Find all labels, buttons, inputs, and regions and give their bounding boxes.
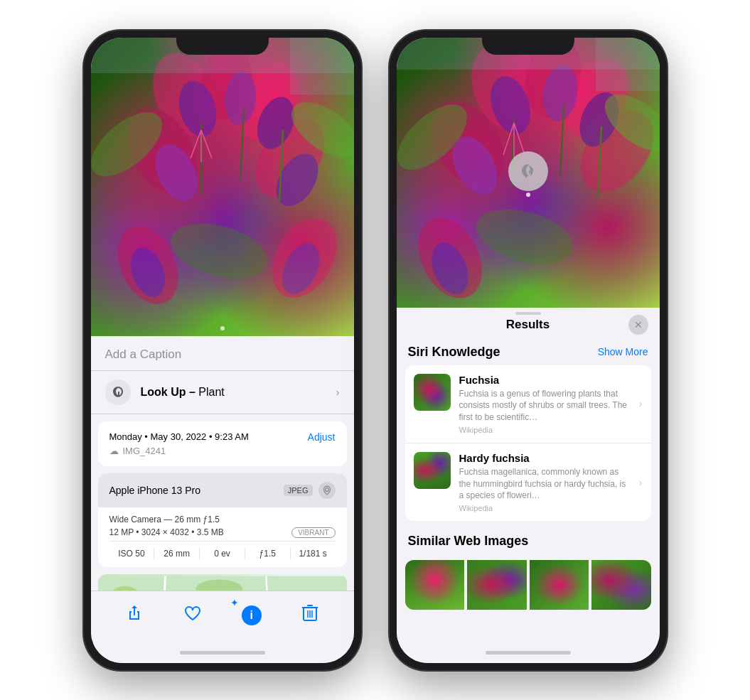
- home-bar-2: [397, 645, 660, 663]
- svg-point-53: [470, 200, 579, 274]
- trash-icon: [302, 604, 318, 627]
- cloud-icon: ☁: [109, 446, 119, 456]
- caption-area[interactable]: Add a Caption: [91, 336, 354, 371]
- meta-filename-row: ☁ IMG_4241: [109, 446, 336, 456]
- home-indicator: [180, 651, 265, 655]
- siri-leaf-icon: [518, 161, 538, 181]
- fuchsia-source: Wikipedia: [459, 426, 631, 434]
- info-circle-icon: i: [242, 605, 262, 625]
- meta-date-row: Monday • May 30, 2022 • 9:23 AM Adjust: [109, 431, 336, 443]
- location-icon[interactable]: [318, 482, 336, 499]
- siri-knowledge-header: Siri Knowledge Show More: [405, 339, 651, 365]
- meta-section: Monday • May 30, 2022 • 9:23 AM Adjust ☁…: [98, 421, 347, 466]
- lookup-label: Look Up – Plant: [141, 386, 225, 399]
- results-title: Results: [506, 318, 550, 332]
- knowledge-item-hardy[interactable]: Hardy fuchsia Fuchsia magellanica, commo…: [405, 443, 651, 521]
- exif-aperture: ƒ1.5: [245, 547, 291, 560]
- phone-1: Add a Caption Look Up – Plant › Monday: [84, 31, 361, 670]
- page-indicator: [220, 326, 225, 330]
- siri-bubble[interactable]: [508, 151, 548, 191]
- svg-point-25: [325, 488, 328, 491]
- home-bar: [91, 645, 354, 663]
- lookup-icon: [105, 379, 131, 405]
- home-indicator-2: [486, 651, 571, 655]
- bottom-toolbar: ✦ i: [91, 591, 354, 645]
- fuchsia-chevron: ›: [639, 398, 643, 409]
- similar-title: Similar Web Images: [408, 534, 529, 549]
- lookup-chevron: ›: [336, 387, 340, 398]
- siri-knowledge-title: Siri Knowledge: [408, 345, 500, 360]
- favorite-button[interactable]: [177, 600, 208, 631]
- fuchsia-name: Fuchsia: [459, 374, 631, 386]
- similar-images: [405, 560, 651, 610]
- hardy-desc: Fuchsia magellanica, commonly known as t…: [459, 466, 631, 502]
- hardy-name: Hardy fuchsia: [459, 452, 631, 464]
- results-panel: Results ✕ Siri Knowledge Show More: [397, 308, 660, 645]
- notch: [176, 31, 269, 55]
- camera-detail-1: Wide Camera — 26 mm ƒ1.5: [109, 515, 336, 524]
- hardy-thumbnail: [414, 452, 451, 489]
- sparkle-icon: ✦: [230, 597, 239, 608]
- hardy-text: Hardy fuchsia Fuchsia magellanica, commo…: [459, 452, 631, 512]
- photo-area-2: [397, 38, 660, 308]
- exif-mm: 26 mm: [154, 547, 200, 560]
- similar-image-2[interactable]: [467, 560, 527, 610]
- adjust-button[interactable]: Adjust: [308, 431, 336, 443]
- delete-button[interactable]: [294, 600, 326, 631]
- fuchsia-desc: Fuchsia is a genus of flowering plants t…: [459, 388, 631, 424]
- camera-section: Apple iPhone 13 Pro JPEG Wide Camer: [98, 473, 347, 567]
- hardy-source: Wikipedia: [459, 504, 631, 512]
- svg-point-18: [164, 214, 273, 288]
- similar-image-3[interactable]: [530, 560, 589, 610]
- show-more-button[interactable]: Show More: [598, 346, 648, 357]
- similar-image-1[interactable]: [405, 560, 465, 610]
- camera-details: Wide Camera — 26 mm ƒ1.5 12 MP • 3024 × …: [98, 507, 347, 567]
- notch-2: [482, 31, 574, 55]
- info-button[interactable]: ✦ i: [236, 600, 267, 631]
- close-button[interactable]: ✕: [628, 315, 648, 335]
- exif-iso: ISO 50: [109, 547, 155, 560]
- phone-1-screen: Add a Caption Look Up – Plant › Monday: [91, 38, 354, 663]
- share-icon: [125, 604, 144, 627]
- exif-ev: 0 ev: [200, 547, 245, 560]
- location-svg: [322, 485, 332, 495]
- svg-rect-24: [290, 38, 354, 95]
- phone-2-screen: Results ✕ Siri Knowledge Show More: [397, 38, 660, 663]
- similar-image-4[interactable]: [591, 560, 651, 610]
- exif-row: ISO 50 26 mm 0 ev ƒ1.5 1/181 s: [109, 541, 336, 560]
- results-header: Results ✕: [397, 308, 660, 339]
- knowledge-item-fuchsia[interactable]: Fuchsia Fuchsia is a genus of flowering …: [405, 365, 651, 443]
- drag-handle: [515, 312, 541, 315]
- leaf-icon: [111, 385, 125, 399]
- siri-dot: [526, 193, 530, 197]
- lookup-row[interactable]: Look Up – Plant ›: [91, 371, 354, 414]
- device-name: Apple iPhone 13 Pro: [109, 485, 200, 496]
- vibrant-badge: VIBRANT: [291, 527, 335, 538]
- fuchsia-thumbnail: [414, 374, 451, 411]
- photo-date: Monday • May 30, 2022 • 9:23 AM: [109, 431, 249, 442]
- format-badge: JPEG: [284, 485, 313, 496]
- info-panel: Add a Caption Look Up – Plant › Monday: [91, 336, 354, 591]
- flower-overlay: [91, 38, 354, 336]
- heart-icon: [183, 605, 202, 626]
- map-background: [98, 574, 347, 591]
- camera-header: Apple iPhone 13 Pro JPEG: [98, 473, 347, 507]
- photo-area: [91, 38, 354, 336]
- hardy-chevron: ›: [639, 477, 643, 488]
- svg-rect-57: [596, 38, 660, 91]
- knowledge-card: Fuchsia Fuchsia is a genus of flowering …: [405, 365, 651, 522]
- fuchsia-text: Fuchsia Fuchsia is a genus of flowering …: [459, 374, 631, 434]
- similar-section: Similar Web Images: [405, 528, 651, 610]
- share-button[interactable]: [119, 600, 150, 631]
- similar-header: Similar Web Images: [405, 528, 651, 554]
- camera-badges: JPEG: [284, 482, 336, 499]
- map-svg: [98, 574, 347, 591]
- exif-shutter: 1/181 s: [291, 547, 336, 560]
- map-section[interactable]: [98, 574, 347, 591]
- camera-detail-2: 12 MP • 3024 × 4032 • 3.5 MB VIBRANT: [109, 527, 336, 538]
- results-content: Siri Knowledge Show More Fuchsia Fuchsia…: [397, 339, 660, 645]
- caption-placeholder[interactable]: Add a Caption: [105, 348, 182, 361]
- phone-2: Results ✕ Siri Knowledge Show More: [390, 31, 667, 670]
- close-icon: ✕: [634, 319, 643, 330]
